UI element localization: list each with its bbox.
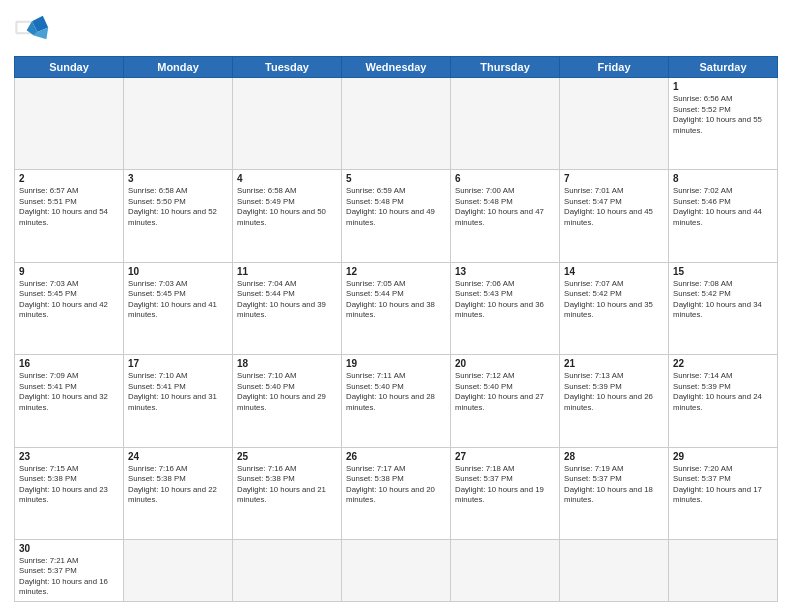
table-row: [124, 539, 233, 601]
day-number: 16: [19, 358, 119, 369]
col-monday: Monday: [124, 57, 233, 78]
day-info: Sunrise: 7:09 AMSunset: 5:41 PMDaylight:…: [19, 371, 119, 413]
table-row: 16Sunrise: 7:09 AMSunset: 5:41 PMDayligh…: [15, 355, 124, 447]
table-row: [15, 78, 124, 170]
table-row: 1Sunrise: 6:56 AMSunset: 5:52 PMDaylight…: [669, 78, 778, 170]
table-row: [233, 539, 342, 601]
day-number: 19: [346, 358, 446, 369]
col-friday: Friday: [560, 57, 669, 78]
day-info: Sunrise: 7:01 AMSunset: 5:47 PMDaylight:…: [564, 186, 664, 228]
day-number: 30: [19, 543, 119, 554]
day-number: 10: [128, 266, 228, 277]
table-row: [342, 539, 451, 601]
day-info: Sunrise: 7:16 AMSunset: 5:38 PMDaylight:…: [128, 464, 228, 506]
table-row: [560, 539, 669, 601]
day-info: Sunrise: 6:59 AMSunset: 5:48 PMDaylight:…: [346, 186, 446, 228]
table-row: 10Sunrise: 7:03 AMSunset: 5:45 PMDayligh…: [124, 262, 233, 354]
day-number: 7: [564, 173, 664, 184]
day-info: Sunrise: 7:03 AMSunset: 5:45 PMDaylight:…: [19, 279, 119, 321]
day-info: Sunrise: 7:03 AMSunset: 5:45 PMDaylight:…: [128, 279, 228, 321]
table-row: 18Sunrise: 7:10 AMSunset: 5:40 PMDayligh…: [233, 355, 342, 447]
day-info: Sunrise: 6:57 AMSunset: 5:51 PMDaylight:…: [19, 186, 119, 228]
table-row: 28Sunrise: 7:19 AMSunset: 5:37 PMDayligh…: [560, 447, 669, 539]
calendar-week-row: 1Sunrise: 6:56 AMSunset: 5:52 PMDaylight…: [15, 78, 778, 170]
day-number: 1: [673, 81, 773, 92]
calendar-week-row: 23Sunrise: 7:15 AMSunset: 5:38 PMDayligh…: [15, 447, 778, 539]
calendar-header-row: Sunday Monday Tuesday Wednesday Thursday…: [15, 57, 778, 78]
table-row: 25Sunrise: 7:16 AMSunset: 5:38 PMDayligh…: [233, 447, 342, 539]
table-row: 20Sunrise: 7:12 AMSunset: 5:40 PMDayligh…: [451, 355, 560, 447]
table-row: [124, 78, 233, 170]
day-number: 15: [673, 266, 773, 277]
table-row: 9Sunrise: 7:03 AMSunset: 5:45 PMDaylight…: [15, 262, 124, 354]
day-info: Sunrise: 7:00 AMSunset: 5:48 PMDaylight:…: [455, 186, 555, 228]
day-number: 11: [237, 266, 337, 277]
calendar-week-row: 30Sunrise: 7:21 AMSunset: 5:37 PMDayligh…: [15, 539, 778, 601]
table-row: [342, 78, 451, 170]
day-number: 6: [455, 173, 555, 184]
day-number: 24: [128, 451, 228, 462]
table-row: 22Sunrise: 7:14 AMSunset: 5:39 PMDayligh…: [669, 355, 778, 447]
table-row: 12Sunrise: 7:05 AMSunset: 5:44 PMDayligh…: [342, 262, 451, 354]
day-number: 25: [237, 451, 337, 462]
calendar-week-row: 16Sunrise: 7:09 AMSunset: 5:41 PMDayligh…: [15, 355, 778, 447]
table-row: 4Sunrise: 6:58 AMSunset: 5:49 PMDaylight…: [233, 170, 342, 262]
table-row: 15Sunrise: 7:08 AMSunset: 5:42 PMDayligh…: [669, 262, 778, 354]
table-row: 13Sunrise: 7:06 AMSunset: 5:43 PMDayligh…: [451, 262, 560, 354]
day-number: 4: [237, 173, 337, 184]
day-info: Sunrise: 7:08 AMSunset: 5:42 PMDaylight:…: [673, 279, 773, 321]
table-row: 5Sunrise: 6:59 AMSunset: 5:48 PMDaylight…: [342, 170, 451, 262]
table-row: 3Sunrise: 6:58 AMSunset: 5:50 PMDaylight…: [124, 170, 233, 262]
day-number: 17: [128, 358, 228, 369]
table-row: 29Sunrise: 7:20 AMSunset: 5:37 PMDayligh…: [669, 447, 778, 539]
day-info: Sunrise: 7:18 AMSunset: 5:37 PMDaylight:…: [455, 464, 555, 506]
table-row: 23Sunrise: 7:15 AMSunset: 5:38 PMDayligh…: [15, 447, 124, 539]
day-info: Sunrise: 6:58 AMSunset: 5:49 PMDaylight:…: [237, 186, 337, 228]
table-row: [451, 539, 560, 601]
table-row: [451, 78, 560, 170]
day-number: 3: [128, 173, 228, 184]
day-info: Sunrise: 7:05 AMSunset: 5:44 PMDaylight:…: [346, 279, 446, 321]
day-number: 20: [455, 358, 555, 369]
day-number: 23: [19, 451, 119, 462]
table-row: [233, 78, 342, 170]
calendar-page: Sunday Monday Tuesday Wednesday Thursday…: [0, 0, 792, 612]
table-row: [560, 78, 669, 170]
calendar-week-row: 9Sunrise: 7:03 AMSunset: 5:45 PMDaylight…: [15, 262, 778, 354]
table-row: 8Sunrise: 7:02 AMSunset: 5:46 PMDaylight…: [669, 170, 778, 262]
logo: [14, 14, 54, 50]
day-info: Sunrise: 6:56 AMSunset: 5:52 PMDaylight:…: [673, 94, 773, 136]
table-row: 26Sunrise: 7:17 AMSunset: 5:38 PMDayligh…: [342, 447, 451, 539]
day-info: Sunrise: 7:11 AMSunset: 5:40 PMDaylight:…: [346, 371, 446, 413]
day-info: Sunrise: 7:14 AMSunset: 5:39 PMDaylight:…: [673, 371, 773, 413]
day-info: Sunrise: 7:02 AMSunset: 5:46 PMDaylight:…: [673, 186, 773, 228]
table-row: 30Sunrise: 7:21 AMSunset: 5:37 PMDayligh…: [15, 539, 124, 601]
day-number: 28: [564, 451, 664, 462]
day-info: Sunrise: 7:12 AMSunset: 5:40 PMDaylight:…: [455, 371, 555, 413]
day-number: 27: [455, 451, 555, 462]
day-number: 22: [673, 358, 773, 369]
table-row: 17Sunrise: 7:10 AMSunset: 5:41 PMDayligh…: [124, 355, 233, 447]
day-info: Sunrise: 7:07 AMSunset: 5:42 PMDaylight:…: [564, 279, 664, 321]
table-row: 6Sunrise: 7:00 AMSunset: 5:48 PMDaylight…: [451, 170, 560, 262]
day-number: 14: [564, 266, 664, 277]
day-info: Sunrise: 7:21 AMSunset: 5:37 PMDaylight:…: [19, 556, 119, 598]
table-row: [669, 539, 778, 601]
table-row: 14Sunrise: 7:07 AMSunset: 5:42 PMDayligh…: [560, 262, 669, 354]
col-sunday: Sunday: [15, 57, 124, 78]
table-row: 7Sunrise: 7:01 AMSunset: 5:47 PMDaylight…: [560, 170, 669, 262]
day-info: Sunrise: 7:17 AMSunset: 5:38 PMDaylight:…: [346, 464, 446, 506]
day-number: 29: [673, 451, 773, 462]
day-info: Sunrise: 7:13 AMSunset: 5:39 PMDaylight:…: [564, 371, 664, 413]
calendar-week-row: 2Sunrise: 6:57 AMSunset: 5:51 PMDaylight…: [15, 170, 778, 262]
day-number: 12: [346, 266, 446, 277]
table-row: 19Sunrise: 7:11 AMSunset: 5:40 PMDayligh…: [342, 355, 451, 447]
day-number: 9: [19, 266, 119, 277]
day-number: 26: [346, 451, 446, 462]
day-info: Sunrise: 7:19 AMSunset: 5:37 PMDaylight:…: [564, 464, 664, 506]
day-number: 13: [455, 266, 555, 277]
day-number: 2: [19, 173, 119, 184]
day-number: 21: [564, 358, 664, 369]
day-info: Sunrise: 6:58 AMSunset: 5:50 PMDaylight:…: [128, 186, 228, 228]
table-row: 11Sunrise: 7:04 AMSunset: 5:44 PMDayligh…: [233, 262, 342, 354]
